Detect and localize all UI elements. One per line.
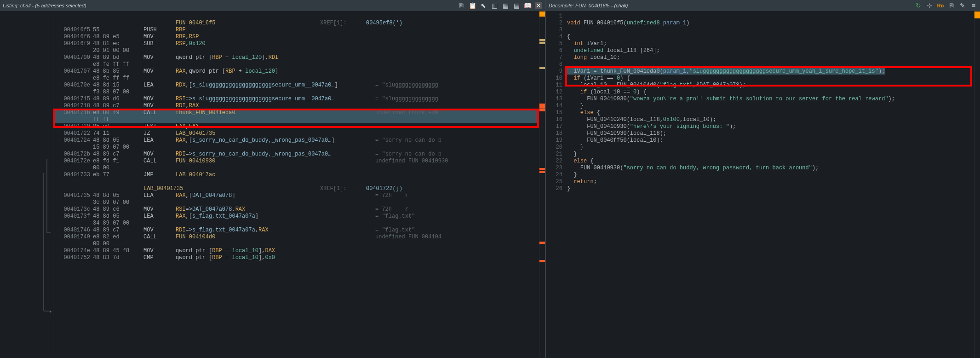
listing-row[interactable]: 15 89 07 00 <box>53 144 539 151</box>
listing-row[interactable]: 0040173548 8d 05LEARAX,[DAT_0047a078]= 7… <box>53 192 539 199</box>
function-label[interactable]: FUN_004016f5 <box>176 20 215 26</box>
marker[interactable] <box>539 109 545 111</box>
listing-row[interactable]: 0040174e48 89 45 f8MOVqword ptr [RBP + l… <box>53 248 539 254</box>
listing-row[interactable]: 0040172b48 89 c7MOVRDI=>s_sorry_no_can_d… <box>53 151 539 158</box>
layout2-icon[interactable]: ▦ <box>502 2 509 9</box>
decompile-row[interactable]: FUN_00410930("wowza you\'re a pro!! subm… <box>567 96 974 103</box>
decompile-row[interactable]: iVar1 = thunk_FUN_0041eda0(param_1,"slug… <box>567 68 974 75</box>
listing-row[interactable]: 0040172448 8d 05LEARAX,[s_sorry_no_can_d… <box>53 137 539 144</box>
line-number: 21 <box>546 151 562 158</box>
listing-row[interactable]: 0040170e48 8d 15LEARDX,[s_sluggggggggggg… <box>53 82 539 89</box>
listing-row[interactable]: e8 fe ff ff <box>53 75 539 82</box>
tree-icon[interactable]: ⊹ <box>926 2 933 9</box>
listing-row[interactable]: 00 00 <box>53 241 539 248</box>
paste-icon[interactable]: 📋 <box>469 2 476 9</box>
marker[interactable] <box>539 14 545 17</box>
decompile-row[interactable] <box>567 27 974 34</box>
listing-row[interactable]: f3 88 07 00 <box>53 89 539 96</box>
listing-row[interactable]: 00401749e8 82 edCALLFUN_004104d0undefine… <box>53 234 539 241</box>
listing-row[interactable]: 0040171848 89 c7MOVRDI,RAX <box>53 103 539 110</box>
marker[interactable] <box>539 104 545 106</box>
decompile-row[interactable]: FUN_00410930("sorry no can do buddy, wro… <box>567 165 974 172</box>
decompile-row[interactable]: void FUN_004016f5(undefined8 param_1) <box>567 20 974 27</box>
marker[interactable] <box>539 242 545 244</box>
listing-row[interactable]: 3c 89 07 00 <box>53 199 539 206</box>
line-number: 9 <box>546 68 562 75</box>
decompile-row[interactable]: } <box>567 151 974 158</box>
decompile-row[interactable]: return; <box>567 179 974 185</box>
listing-row[interactable]: LAB_00401735XREF[1]: 00401722(j) <box>53 185 539 192</box>
decompile-row[interactable] <box>567 61 974 68</box>
decompile-row[interactable]: if (local_10 == 0) { <box>567 89 974 96</box>
listing-row[interactable]: 3040171be8 80 f9CALLthunk_FUN_0041eda0un… <box>53 110 539 116</box>
marker[interactable] <box>539 67 545 69</box>
menu-icon[interactable]: ≡ <box>970 2 977 9</box>
listing-row[interactable]: 004016f948 81 ecSUBRSP,0x120 <box>53 40 539 47</box>
layout3-icon[interactable]: ▤ <box>513 2 520 9</box>
listing-row[interactable]: 0040170048 89 bdMOVqword ptr [RBP + loca… <box>53 54 539 61</box>
line-number: 18 <box>546 130 562 137</box>
decompile-row[interactable]: undefined local_118 [264]; <box>567 47 974 54</box>
listing-row[interactable]: 0040171548 89 d6MOVRSI=>s_sluggggggggggg… <box>53 96 539 103</box>
marker[interactable] <box>539 171 545 173</box>
listing-row[interactable]: 00 00 <box>53 165 539 172</box>
close-icon[interactable]: ✕ <box>535 2 542 9</box>
decompile-row[interactable]: FUN_00410930("here\'s your signing bonus… <box>567 123 974 130</box>
code-label[interactable]: LAB_00401735 <box>143 185 183 192</box>
listing-row[interactable]: 0040175248 83 7dCMPqword ptr [RBP + loca… <box>53 254 539 261</box>
copy-icon[interactable]: ⎘ <box>458 2 465 9</box>
decompile-row[interactable]: if (iVar1 == 0) { <box>567 75 974 82</box>
marker[interactable] <box>539 12 545 14</box>
decompile-row[interactable]: FUN_00410930(local_118); <box>567 130 974 137</box>
decompile-row[interactable]: } <box>567 185 974 192</box>
decompile-row[interactable]: { <box>567 34 974 40</box>
decompile-row[interactable]: FUN_00410240(local_118,0x100,local_10); <box>567 116 974 123</box>
copy-icon[interactable]: ⎘ <box>948 2 955 9</box>
listing-title: Listing: chall - (5 addresses selected) <box>3 3 458 8</box>
decompile-row[interactable]: local_10 = FUN_004104d0("flag.txt",&DAT_… <box>567 82 974 89</box>
marker[interactable] <box>539 260 545 262</box>
listing-row[interactable]: e8 fe ff ff <box>53 61 539 68</box>
listing-code[interactable]: FUN_004016f5XREF[1]: 00495ef8(*)004016f5… <box>53 11 539 358</box>
listing-row[interactable]: 34 89 07 00 <box>53 220 539 227</box>
edit-icon[interactable]: ✎ <box>959 2 966 9</box>
decompile-row[interactable]: int iVar1; <box>567 40 974 47</box>
listing-row[interactable]: 0040172085 c0TESTEAX,EAX <box>53 123 539 130</box>
refresh-icon[interactable]: ↻ <box>915 2 922 9</box>
layout1-icon[interactable]: ▥ <box>491 2 498 9</box>
decompile-row[interactable]: else { <box>567 110 974 116</box>
listing-row[interactable]: 0040170748 8b 85MOVRAX,qword ptr [RBP + … <box>53 68 539 75</box>
decompile-row[interactable]: FUN_0040ff50(local_10); <box>567 137 974 144</box>
ro-icon[interactable]: Ro <box>937 2 944 9</box>
book-icon[interactable]: 📖 <box>524 2 531 9</box>
decompile-row[interactable]: long local_10; <box>567 54 974 61</box>
marker[interactable] <box>539 106 545 109</box>
marker[interactable] <box>539 39 545 41</box>
marker[interactable] <box>539 168 545 170</box>
listing-row[interactable] <box>53 13 539 20</box>
listing-row[interactable]: 20 01 00 00 <box>53 47 539 54</box>
cursor-icon[interactable]: ⬉ <box>480 2 487 9</box>
decompile-row[interactable]: } <box>567 172 974 179</box>
listing-row[interactable]: 004016f648 89 e5MOVRBP,RSP <box>53 34 539 40</box>
listing-row[interactable]: 0040174648 89 c7MOVRDI=>s_flag.txt_0047a… <box>53 227 539 234</box>
decompile-code[interactable]: void FUN_004016f5(undefined8 param_1){ i… <box>565 11 974 358</box>
decompile-marker-strip[interactable] <box>974 11 980 358</box>
listing-row[interactable]: 004016f555PUSHRBP <box>53 27 539 34</box>
listing-row[interactable]: 00401733eb 77JMPLAB_004017ac <box>53 172 539 179</box>
decompile-row[interactable] <box>567 13 974 20</box>
listing-row[interactable]: 0040172ee8 fd f1CALLFUN_00410930undefine… <box>53 158 539 165</box>
listing-row[interactable] <box>53 179 539 185</box>
marker[interactable] <box>974 16 980 18</box>
decompile-row[interactable]: else { <box>567 158 974 165</box>
listing-marker-strip[interactable] <box>539 11 545 358</box>
listing-row[interactable]: ff ff <box>53 116 539 123</box>
listing-row[interactable]: 0040173c48 89 c6MOVRSI=>DAT_0047a078,RAX… <box>53 206 539 213</box>
listing-row[interactable]: 0040172274 11JZLAB_00401735 <box>53 130 539 137</box>
marker[interactable] <box>539 42 545 44</box>
line-number: 14 <box>546 103 562 110</box>
decompile-row[interactable]: } <box>567 103 974 110</box>
decompile-row[interactable]: } <box>567 144 974 151</box>
listing-row[interactable]: 0040173f48 8d 05LEARAX,[s_flag.txt_0047a… <box>53 213 539 220</box>
listing-row[interactable]: FUN_004016f5XREF[1]: 00495ef8(*) <box>53 20 539 27</box>
